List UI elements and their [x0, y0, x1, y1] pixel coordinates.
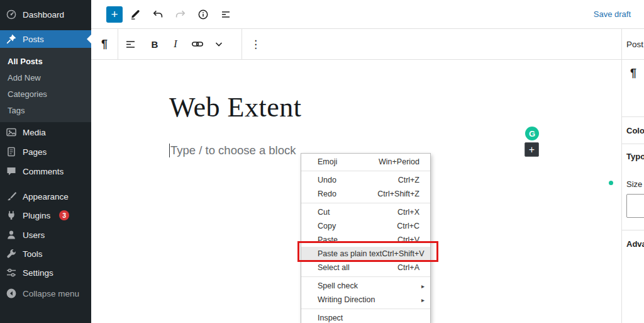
undo-icon [152, 8, 164, 21]
sidebar-item-tags[interactable]: Tags [0, 102, 91, 118]
sidebar-item-settings[interactable]: Settings [0, 262, 91, 283]
paragraph-block[interactable]: Type / to choose a block [169, 144, 296, 157]
bold-button[interactable]: B [143, 29, 166, 59]
sidebar-item-label: Appearance [23, 192, 69, 201]
font-size-label: Size [626, 179, 642, 189]
context-menu-item-writing-direction[interactable]: Writing Direction ▸ [301, 293, 430, 307]
sidebar-item-media[interactable]: Media [0, 122, 91, 143]
context-menu-item-cut[interactable]: Cut Ctrl+X [301, 205, 430, 219]
panel-divider [622, 230, 644, 230]
menu-item-label: Paste as plain text [318, 249, 382, 258]
block-placeholder: Type / to choose a block [170, 144, 296, 157]
context-menu-item-inspect[interactable]: Inspect [301, 311, 430, 323]
pages-icon [6, 146, 17, 157]
active-menu-arrow [87, 35, 91, 43]
menu-item-shortcut: Ctrl+A [397, 263, 419, 272]
context-menu-item-redo[interactable]: Redo Ctrl+Shift+Z [301, 187, 430, 201]
paragraph-block-button[interactable]: ¶ [91, 29, 118, 59]
wordpress-editor-screen: Dashboard Posts All Posts Add New Catego… [0, 0, 644, 323]
edit-mode-button[interactable] [125, 4, 145, 25]
color-section-header[interactable]: Color [626, 126, 644, 135]
advanced-section-header[interactable]: Advanced [626, 239, 644, 249]
typography-section-header[interactable]: Typography [626, 152, 644, 161]
menu-item-label: Copy [318, 222, 336, 230]
align-text-icon [125, 38, 137, 50]
tab-label: Post [626, 40, 643, 49]
redo-icon [174, 8, 187, 21]
block-inserter-button[interactable]: + [106, 6, 123, 23]
sidebar-item-collapse-menu[interactable]: Collapse menu [0, 283, 91, 304]
list-view-icon [219, 8, 232, 21]
submenu-label: All Posts [8, 57, 43, 66]
text-cursor [169, 144, 170, 157]
context-menu-item-paste[interactable]: Paste Ctrl+V [301, 233, 430, 247]
sidebar-item-posts[interactable]: Posts [0, 30, 91, 48]
menu-item-shortcut: Ctrl+X [397, 208, 419, 217]
sidebar-item-plugins[interactable]: Plugins 3 [0, 205, 91, 226]
sidebar-item-categories[interactable]: Categories [0, 86, 91, 102]
sidebar-item-users[interactable]: Users [0, 224, 91, 246]
context-menu-item-undo[interactable]: Undo Ctrl+Z [301, 173, 430, 187]
dashboard-icon [6, 9, 17, 20]
link-button[interactable] [185, 29, 210, 59]
grammarly-g-icon: G [529, 129, 535, 139]
menu-item-label: Undo [318, 176, 336, 184]
context-menu-item-paste-as-plain-text[interactable]: Paste as plain text Ctrl+Shift+V [301, 247, 430, 261]
plugins-icon [6, 210, 17, 221]
font-size-input[interactable] [626, 194, 644, 218]
sidebar-item-comments[interactable]: Comments [0, 161, 91, 182]
menu-item-label: Redo [318, 190, 336, 198]
context-menu-item-select-all[interactable]: Select all Ctrl+A [301, 261, 430, 275]
align-text-button[interactable] [118, 29, 143, 59]
menu-item-label: Paste [318, 235, 338, 244]
italic-button[interactable]: I [166, 29, 185, 59]
chevron-down-icon [213, 38, 225, 50]
menu-item-shortcut: Win+Period [379, 157, 419, 166]
sidebar-item-label: Posts [23, 35, 44, 44]
block-toolbar: ¶ B I ⋮ [91, 29, 621, 60]
submenu-label: Add New [8, 73, 41, 82]
paragraph-icon: ¶ [101, 38, 108, 51]
sidebar-item-pages[interactable]: Pages [0, 141, 91, 162]
sidebar-item-dashboard[interactable]: Dashboard [0, 4, 91, 25]
tools-icon [6, 248, 17, 259]
context-menu-item-spell-check[interactable]: Spell check ▸ [301, 279, 430, 293]
sidebar-item-appearance[interactable]: Appearance [0, 186, 91, 207]
menu-item-label: Select all [318, 263, 350, 272]
comments-icon [6, 166, 17, 177]
sidebar-item-add-new[interactable]: Add New [0, 69, 91, 86]
menu-item-shortcut: Ctrl+Shift+V [382, 249, 424, 258]
link-icon [191, 38, 204, 50]
settings-icon [6, 267, 17, 278]
sidebar-item-label: Collapse menu [23, 289, 79, 298]
undo-button[interactable] [148, 4, 168, 25]
menu-separator [301, 203, 430, 203]
sidebar-item-tools[interactable]: Tools [0, 243, 91, 264]
sidebar-item-label: Users [23, 230, 45, 240]
appearance-icon [6, 191, 17, 202]
details-button[interactable] [193, 4, 213, 25]
menu-item-shortcut: Ctrl+Shift+Z [377, 190, 419, 198]
panel-divider [622, 116, 644, 117]
context-menu-item-emoji[interactable]: Emoji Win+Period [301, 155, 430, 169]
save-draft-button[interactable]: Save draft [594, 9, 631, 19]
sidebar-item-label: Media [23, 128, 46, 137]
context-menu-item-copy[interactable]: Copy Ctrl+C [301, 219, 430, 233]
panel-divider [622, 144, 644, 144]
tab-post[interactable]: Post [622, 29, 644, 60]
menu-item-shortcut: Ctrl+V [397, 235, 419, 244]
grammarly-badge[interactable]: G [525, 127, 539, 140]
menu-item-label: Emoji [318, 157, 337, 166]
block-options-button[interactable]: ⋮ [242, 29, 269, 59]
document-overview-button[interactable] [216, 4, 236, 25]
submenu-label: Tags [8, 106, 25, 115]
menu-separator [301, 276, 430, 277]
sidebar-item-label: Dashboard [23, 10, 64, 20]
post-title[interactable]: Web Extent [169, 91, 301, 123]
sidebar-item-all-posts[interactable]: All Posts [0, 53, 91, 69]
add-block-button[interactable]: + [525, 142, 539, 157]
editor-top-bar: + Save draft [91, 0, 644, 29]
redo-button[interactable] [170, 4, 191, 25]
menu-item-shortcut: Ctrl+Z [398, 176, 419, 184]
more-formats-dropdown[interactable] [210, 29, 228, 59]
